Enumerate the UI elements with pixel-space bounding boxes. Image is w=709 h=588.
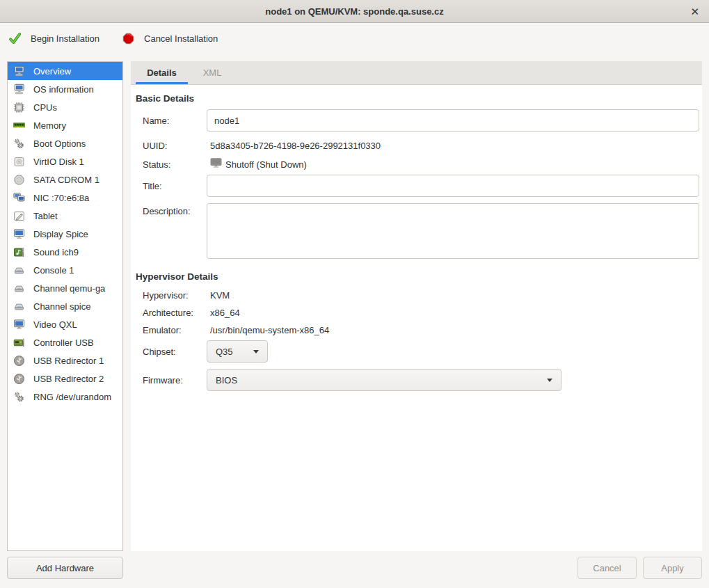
title-input[interactable] (207, 175, 699, 197)
name-label: Name: (143, 116, 207, 126)
sidebar-item-cpus[interactable]: CPUs (8, 98, 122, 116)
apply-button[interactable]: Apply (643, 557, 702, 579)
sidebar-item-label: Controller USB (33, 337, 94, 348)
cancel-button[interactable]: Cancel (577, 557, 637, 579)
status-row: Status: Shutoff (Shut Down) (143, 155, 699, 173)
usb-icon (12, 372, 26, 385)
sidebar-item-label: OS information (33, 84, 94, 95)
sidebar-item-label: NIC :70:e6:8a (33, 193, 89, 203)
firmware-dropdown[interactable]: BIOS (207, 369, 561, 391)
firmware-row: Firmware: BIOS (143, 369, 699, 391)
serial-icon (12, 282, 26, 294)
details-panel: Details XML Basic Details Name: UUID: 5d… (131, 61, 702, 579)
memory-icon (12, 119, 26, 132)
computer-icon (12, 65, 26, 77)
sidebar-item-label: CPUs (33, 102, 57, 113)
firmware-label: Firmware: (143, 375, 207, 386)
name-input[interactable] (207, 109, 699, 132)
sidebar-item-label: SATA CDROM 1 (33, 175, 99, 185)
sidebar-item-video-qxl[interactable]: Video QXL (8, 315, 122, 333)
sidebar-item-label: VirtIO Disk 1 (33, 157, 84, 167)
network-icon (12, 191, 26, 204)
close-icon[interactable]: ✕ (690, 6, 699, 17)
architecture-row: Architecture: x86_64 (143, 305, 699, 321)
sidebar-item-channel-spice[interactable]: Channel spice (8, 297, 122, 315)
chipset-label: Chipset: (143, 347, 207, 357)
tabstrip: Details XML (131, 61, 702, 85)
chipset-row: Chipset: Q35 (143, 340, 699, 363)
sidebar-item-label: Tablet (33, 211, 58, 221)
controller-icon (12, 336, 26, 349)
toolbar: Begin Installation Cancel Installation (0, 23, 709, 54)
sidebar-item-sound-ich9[interactable]: Sound ich9 (8, 243, 122, 261)
cpu-icon (12, 101, 26, 113)
serial-icon (12, 264, 26, 276)
tab-xml[interactable]: XML (188, 61, 237, 84)
sidebar-item-label: Boot Options (33, 138, 86, 149)
hypervisor-details-heading: Hypervisor Details (136, 271, 699, 282)
architecture-value: x86_64 (207, 308, 240, 318)
serial-icon (12, 300, 26, 312)
chipset-dropdown[interactable]: Q35 (207, 340, 268, 363)
display-icon (12, 318, 26, 331)
usb-icon (12, 354, 26, 367)
description-row: Description: (143, 203, 699, 259)
chipset-value: Q35 (216, 347, 233, 357)
computer-icon (12, 83, 26, 95)
sidebar-item-label: RNG /dev/urandom (33, 392, 111, 402)
gears-icon (12, 137, 26, 150)
firmware-value: BIOS (216, 375, 237, 386)
uuid-value: 5d8a3405-b726-4198-9e26-2992131f0330 (207, 141, 381, 151)
sidebar-item-boot-options[interactable]: Boot Options (8, 134, 122, 152)
description-textarea[interactable] (207, 203, 699, 259)
hypervisor-label: Hypervisor: (143, 290, 207, 301)
sound-icon (12, 246, 26, 258)
emulator-label: Emulator: (143, 325, 207, 335)
vm-details-window: node1 on QEMU/KVM: sponde.qa.suse.cz ✕ B… (0, 0, 709, 588)
sidebar-item-console-1[interactable]: Console 1 (8, 261, 122, 279)
sidebar-item-rng-dev-urandom[interactable]: RNG /dev/urandom (8, 388, 122, 406)
sidebar-item-label: Console 1 (33, 265, 74, 276)
sidebar-item-channel-qemu-ga[interactable]: Channel qemu-ga (8, 279, 122, 297)
sidebar-item-label: Channel qemu-ga (33, 283, 105, 294)
title-row: Title: (143, 175, 699, 197)
sidebar-item-controller-usb[interactable]: Controller USB (8, 333, 122, 351)
description-label: Description: (143, 203, 207, 216)
sidebar-item-os-information[interactable]: OS information (8, 80, 122, 98)
sidebar-item-label: Display Spice (33, 229, 88, 239)
emulator-value: /usr/bin/qemu-system-x86_64 (207, 325, 329, 335)
display-icon (12, 228, 26, 240)
disk-icon (12, 155, 26, 168)
sidebar-item-memory[interactable]: Memory (8, 116, 122, 134)
hardware-list: OverviewOS informationCPUsMemoryBoot Opt… (7, 61, 123, 551)
sidebar-item-usb-redirector-1[interactable]: USB Redirector 1 (8, 351, 122, 370)
details-content: Basic Details Name: UUID: 5d8a3405-b726-… (131, 85, 702, 551)
checkmark-icon (8, 32, 22, 45)
sidebar-item-label: USB Redirector 2 (33, 374, 104, 384)
stop-icon (122, 32, 135, 45)
action-buttons: Cancel Apply (131, 557, 702, 579)
hardware-panel: OverviewOS informationCPUsMemoryBoot Opt… (7, 61, 123, 579)
sidebar-item-nic-70-e6-8a[interactable]: NIC :70:e6:8a (8, 189, 122, 207)
tablet-icon (12, 209, 26, 222)
sidebar-item-tablet[interactable]: Tablet (8, 207, 122, 225)
hypervisor-row: Hypervisor: KVM (143, 287, 699, 303)
begin-installation-button[interactable]: Begin Installation (8, 32, 99, 45)
cancel-installation-button[interactable]: Cancel Installation (122, 32, 218, 45)
add-hardware-button[interactable]: Add Hardware (7, 557, 123, 579)
architecture-label: Architecture: (143, 308, 207, 318)
window-body: OverviewOS informationCPUsMemoryBoot Opt… (0, 54, 709, 588)
chevron-down-icon (547, 379, 552, 382)
uuid-label: UUID: (143, 141, 207, 151)
tab-details[interactable]: Details (136, 61, 188, 84)
name-row: Name: (143, 109, 699, 132)
sidebar-item-label: Sound ich9 (33, 247, 79, 257)
sidebar-item-overview[interactable]: Overview (8, 62, 122, 80)
cancel-installation-label: Cancel Installation (144, 33, 218, 44)
sidebar-item-label: Video QXL (33, 319, 77, 330)
sidebar-item-virtio-disk-1[interactable]: VirtIO Disk 1 (8, 152, 122, 170)
sidebar-item-sata-cdrom-1[interactable]: SATA CDROM 1 (8, 170, 122, 189)
title-label: Title: (143, 181, 207, 191)
sidebar-item-display-spice[interactable]: Display Spice (8, 225, 122, 243)
sidebar-item-usb-redirector-2[interactable]: USB Redirector 2 (8, 370, 122, 388)
